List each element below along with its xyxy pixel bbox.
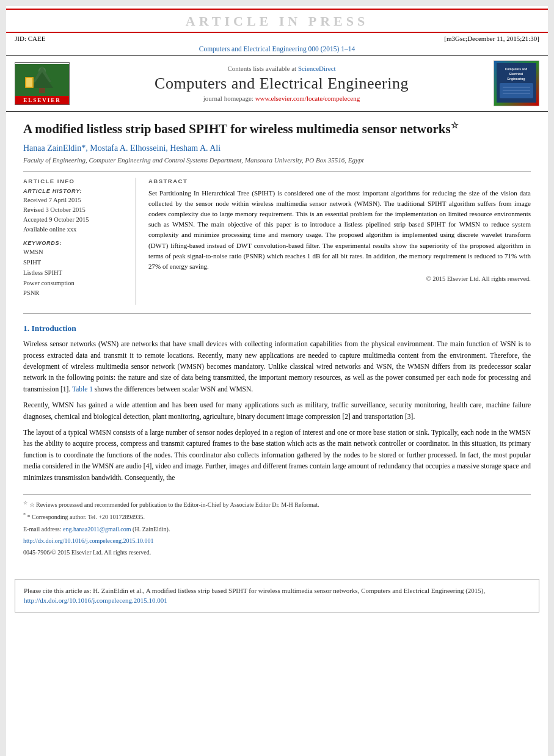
keyword-listless: Listless SPIHT: [23, 268, 127, 278]
article-in-press-banner: ARTICLE IN PRESS: [6, 9, 548, 33]
footnote-doi: http://dx.doi.org/10.1016/j.compeleceng.…: [23, 536, 531, 545]
keyword-power: Power consumption: [23, 278, 127, 289]
article-info-column: ARTICLE INFO Article history: Received 7…: [23, 178, 136, 305]
table1-link[interactable]: Table 1: [72, 385, 93, 393]
title-star: ☆: [451, 121, 459, 130]
sciencedirect-link[interactable]: ScienceDirect: [298, 65, 336, 72]
svg-rect-10: [500, 83, 533, 98]
footnote-star: ☆ ☆ Reviews processed and recommended fo…: [23, 500, 531, 509]
journal-center: Contents lists available at ScienceDirec…: [76, 65, 487, 102]
journal-cover-image: Computers and Electrical Engineering: [494, 60, 539, 106]
abstract-column: ABSTRACT Set Partitioning In Hierarchica…: [148, 178, 531, 305]
elsevier-tree-graphic: [15, 64, 69, 96]
elsevier-logo-box: ELSEVIER: [15, 62, 70, 105]
article-info-label: ARTICLE INFO: [23, 178, 127, 184]
keywords-block: Keywords: WMSN SPIHT Listless SPIHT Powe…: [23, 240, 127, 299]
article-body: A modified listless strip based SPIHT fo…: [6, 112, 548, 568]
svg-text:Computers and: Computers and: [505, 67, 528, 71]
email-link[interactable]: eng.hanaa2011@gmail.com: [63, 526, 131, 532]
article-info-abstract: ARTICLE INFO Article history: Received 7…: [23, 178, 531, 305]
svg-rect-3: [39, 88, 45, 93]
divider-1: [23, 171, 531, 172]
svg-text:Electrical: Electrical: [509, 72, 523, 76]
article-history-block: Article history: Received 7 April 2015 R…: [23, 188, 127, 234]
intro-paragraph-3: The layout of a typical WMSN consists of…: [23, 427, 531, 483]
accepted-text: Accepted 9 October 2015: [23, 215, 127, 225]
elsevier-name-text: ELSEVIER: [15, 96, 69, 104]
introduction-section: 1. Introduction Wireless sensor networks…: [23, 324, 531, 483]
section1-heading: 1. Introduction: [23, 324, 531, 333]
article-in-press-text: ARTICLE IN PRESS: [186, 13, 368, 29]
intro-paragraph-1: Wireless sensor networks (WSN) are netwo…: [23, 338, 531, 394]
keyword-wmsn: WMSN: [23, 247, 127, 258]
revised-text: Revised 3 October 2015: [23, 205, 127, 215]
jid-label: JID: CAEE: [15, 35, 45, 42]
footnote-asterisk: * * Corresponding author. Tel. +20 10172…: [23, 512, 531, 522]
top-meta: JID: CAEE [m3Gsc;December 11, 2015;21:30…: [6, 33, 548, 44]
elsevier-logo: ELSEVIER: [15, 62, 70, 105]
keyword-spiht: SPIHT: [23, 258, 127, 268]
affiliation: Faculty of Engineering, Computer Enginee…: [23, 156, 531, 164]
received-text: Received 7 April 2015: [23, 195, 127, 205]
journal-cover-text: Computers and Electrical Engineering: [494, 60, 539, 106]
svg-rect-5: [26, 78, 32, 87]
journal-title-main: Computers and Electrical Engineering: [76, 75, 487, 93]
available-text: Available online xxx: [23, 225, 127, 234]
page: ARTICLE IN PRESS JID: CAEE [m3Gsc;Decemb…: [6, 6, 548, 756]
journal-homepage-line: journal homepage: www.elsevier.com/locat…: [76, 95, 487, 102]
article-title: A modified listless strip based SPIHT fo…: [23, 120, 531, 137]
contents-line: Contents lists available at ScienceDirec…: [76, 65, 487, 72]
doi-link[interactable]: http://dx.doi.org/10.1016/j.compeleceng.…: [23, 537, 153, 544]
history-label: Article history:: [23, 188, 127, 194]
keyword-psnr: PSNR: [23, 288, 127, 299]
date-meta: [m3Gsc;December 11, 2015;21:30]: [444, 35, 539, 42]
divider-2: [23, 313, 531, 314]
footnote-issn: 0045-7906/© 2015 Elsevier Ltd. All right…: [23, 548, 531, 557]
citation-doi-link[interactable]: http://dx.doi.org/10.1016/j.compeleceng.…: [24, 597, 167, 604]
journal-header: ELSEVIER Contents lists available at Sci…: [6, 55, 548, 112]
keywords-label: Keywords:: [23, 240, 127, 246]
svg-text:Engineering: Engineering: [508, 77, 525, 81]
abstract-text: Set Partitioning In Hierarchical Tree (S…: [148, 188, 531, 271]
copyright-text: © 2015 Elsevier Ltd. All rights reserved…: [148, 275, 531, 282]
footnotes-area: ☆ ☆ Reviews processed and recommended fo…: [23, 494, 531, 557]
abstract-label: ABSTRACT: [148, 178, 531, 184]
intro-paragraph-2: Recently, WMSN has gained a wide attenti…: [23, 399, 531, 422]
citation-box: Please cite this article as: H. ZainEldi…: [15, 579, 539, 612]
journal-line: Computers and Electrical Engineering 000…: [6, 44, 548, 55]
footnote-email: E-mail address: eng.hanaa2011@gmail.com …: [23, 525, 531, 534]
authors: Hanaa ZainEldin*, Mostafa A. Elhosseini,…: [23, 144, 531, 153]
journal-homepage-link[interactable]: www.elsevier.com/locate/compeleceng: [255, 95, 360, 102]
